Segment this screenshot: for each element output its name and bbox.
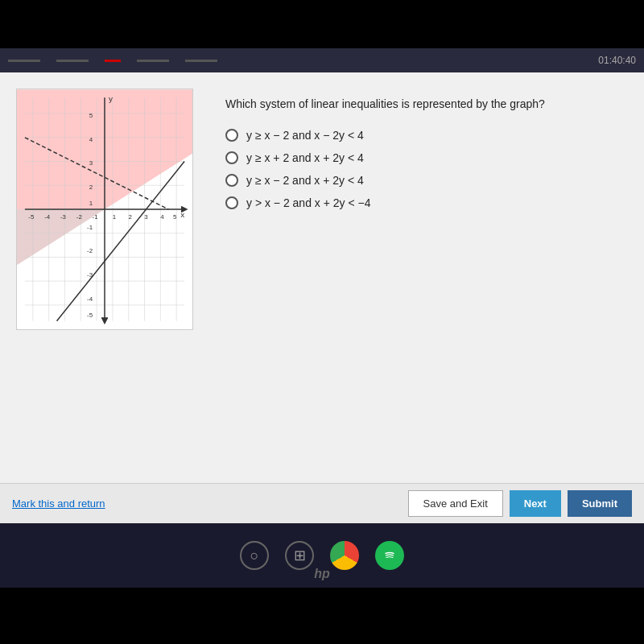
options-list: y ≥ x − 2 and x − 2y < 4 y ≥ x + 2 and x…	[225, 129, 612, 209]
mark-return-link[interactable]: Mark this and return	[12, 497, 105, 510]
svg-text:-4: -4	[87, 295, 93, 303]
graph-svg: y x 5 4 3 2 1 -1 -2 -3 -4 -5 -5 -4 -3 -2…	[17, 89, 192, 329]
svg-text:1: 1	[113, 213, 117, 221]
question-text: Which system of linear inequalities is r…	[225, 97, 612, 113]
option-C-label: y ≥ x − 2 and x + 2y < 4	[246, 174, 364, 187]
svg-text:4: 4	[89, 136, 93, 143]
svg-text:2: 2	[89, 184, 93, 191]
svg-text:-1: -1	[87, 224, 93, 231]
dash-2	[56, 60, 89, 62]
radio-B[interactable]	[225, 151, 238, 164]
svg-text:5: 5	[89, 112, 93, 119]
option-A-label: y ≥ x − 2 and x − 2y < 4	[246, 129, 364, 142]
top-bar: 01:40:40	[0, 48, 644, 72]
radio-C[interactable]	[225, 174, 238, 187]
svg-text:-2: -2	[87, 248, 93, 255]
svg-text:-5: -5	[28, 213, 35, 221]
dash-1	[8, 60, 40, 62]
radio-D[interactable]	[225, 196, 238, 209]
svg-text:-1: -1	[93, 213, 99, 221]
option-D-label: y > x − 2 and x + 2y < −4	[246, 196, 371, 209]
spotify-icon[interactable]	[375, 541, 404, 570]
save-exit-button[interactable]: Save and Exit	[408, 490, 503, 517]
svg-text:5: 5	[173, 213, 177, 221]
option-D[interactable]: y > x − 2 and x + 2y < −4	[225, 196, 612, 209]
option-C[interactable]: y ≥ x − 2 and x + 2y < 4	[225, 174, 612, 187]
graph-container: y x 5 4 3 2 1 -1 -2 -3 -4 -5 -5 -4 -3 -2…	[16, 89, 193, 330]
nav-dashes	[8, 60, 598, 62]
content-area: y x 5 4 3 2 1 -1 -2 -3 -4 -5 -5 -4 -3 -2…	[0, 72, 644, 483]
svg-text:4: 4	[160, 213, 164, 221]
bottom-buttons: Save and Exit Next Submit	[408, 490, 632, 517]
grid-icon[interactable]: ⊞	[285, 541, 314, 570]
svg-point-43	[382, 547, 398, 564]
question-right: Which system of linear inequalities is r…	[209, 89, 628, 467]
option-B-label: y ≥ x + 2 and x + 2y < 4	[246, 151, 364, 164]
next-button[interactable]: Next	[510, 490, 561, 517]
hp-logo: hp	[314, 567, 330, 581]
question-area: y x 5 4 3 2 1 -1 -2 -3 -4 -5 -5 -4 -3 -2…	[0, 72, 644, 483]
svg-text:1: 1	[89, 200, 93, 207]
svg-text:x: x	[180, 210, 184, 219]
svg-text:3: 3	[144, 213, 148, 221]
svg-text:3: 3	[89, 160, 93, 167]
radio-A[interactable]	[225, 129, 238, 142]
svg-text:-2: -2	[76, 213, 82, 221]
dash-3	[137, 60, 169, 62]
svg-text:-5: -5	[87, 312, 93, 319]
search-icon[interactable]: ○	[240, 541, 269, 570]
submit-button[interactable]: Submit	[568, 490, 632, 517]
option-B[interactable]: y ≥ x + 2 and x + 2y < 4	[225, 151, 612, 164]
svg-text:-3: -3	[60, 213, 67, 221]
taskbar: ○ ⊞ hp	[0, 523, 644, 588]
chrome-icon[interactable]	[330, 541, 359, 570]
bottom-bar: Mark this and return Save and Exit Next …	[0, 483, 644, 523]
svg-text:2: 2	[129, 213, 132, 221]
svg-text:-3: -3	[87, 271, 93, 279]
svg-text:-4: -4	[44, 213, 51, 221]
option-A[interactable]: y ≥ x − 2 and x − 2y < 4	[225, 129, 612, 142]
dash-red	[105, 60, 121, 62]
timer-display: 01:40:40	[598, 55, 636, 66]
dash-4	[185, 60, 217, 62]
svg-text:y: y	[109, 94, 113, 103]
